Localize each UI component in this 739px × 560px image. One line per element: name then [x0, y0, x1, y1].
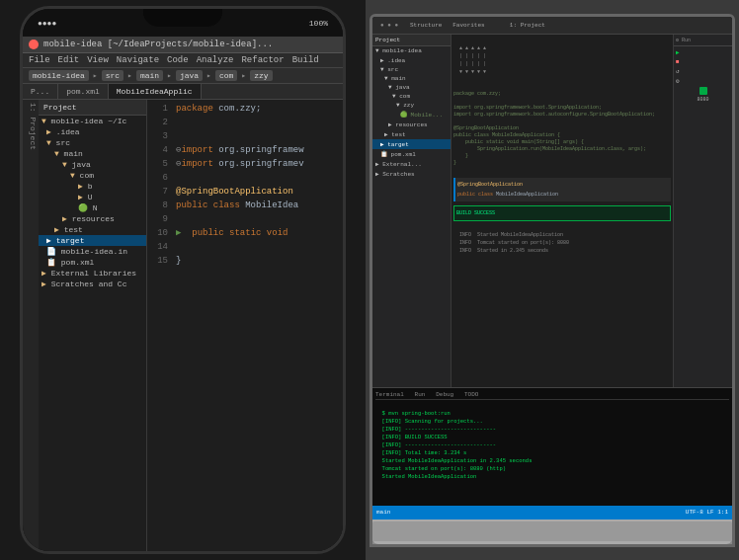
toolbar-com[interactable]: com — [215, 70, 237, 81]
tab-pom[interactable]: pom.xml — [58, 84, 109, 99]
code-line-10: ▶ public static void — [176, 226, 339, 240]
tree-resources[interactable]: ▶ resources — [39, 213, 146, 224]
settings-icon[interactable]: ⚙ — [676, 77, 730, 85]
code-content[interactable]: package com.zzy; ⊖import org.springframe… — [172, 100, 343, 551]
menu-view[interactable]: View — [87, 55, 109, 65]
tab-project[interactable]: P... — [23, 84, 58, 99]
terminal-header: Terminal Run Debug TODO — [375, 391, 729, 400]
tree-com[interactable]: ▼ com — [39, 170, 146, 181]
tree-src[interactable]: ▼ src — [39, 137, 146, 148]
ide-toolbar: mobile-idea ▸ src ▸ main ▸ java ▸ com ▸ … — [23, 68, 343, 84]
laptop-tree-target[interactable]: ▶ target — [372, 139, 451, 149]
laptop-code-area[interactable]: ▲ ▲ ▲ ▲ ▲ | | | | | | | | | | ▼ ▼ ▼ ▼ ▼ … — [452, 35, 673, 387]
tree-java[interactable]: ▼ java — [39, 159, 146, 170]
status-branch: main — [376, 509, 390, 516]
code-line-6 — [176, 171, 339, 185]
tree-scratches[interactable]: ▶ Scratches and Cc — [39, 279, 146, 289]
laptop-tree-item[interactable]: ▼ java — [372, 83, 451, 92]
laptop-tree-item[interactable]: ▼ src — [372, 65, 451, 74]
code-editor: 1 2 3 4 5 6 7 8 9 10 14 15 — [147, 100, 343, 551]
tree-n[interactable]: 🟢 N — [39, 202, 146, 213]
folder-icon: ▶ — [78, 182, 88, 191]
laptop-screen: ● ● ● Structure Favorites 1: Project Pro… — [372, 17, 732, 520]
folder-icon: ▶ — [46, 127, 56, 136]
tree-b[interactable]: ▶ b — [39, 181, 146, 192]
green-status-block — [699, 87, 707, 95]
laptop-code-text: package com.zzy; import org.springframew… — [453, 84, 671, 174]
laptop-tree-item[interactable]: ▼ main — [372, 74, 451, 83]
folder-icon: ▶ — [62, 214, 72, 223]
tree-mobile-in[interactable]: 📄 mobile-idea.in — [39, 246, 146, 257]
phone-body: ●●●● 100% mobile-idea [~/IdeaProjects/mo… — [20, 6, 346, 554]
laptop-main-content: Project ▼ mobile-idea ▶ .idea ▼ src ▼ ma… — [372, 35, 732, 387]
ide-menu-bar: File Edit View Navigate Code Analyze Ref… — [23, 53, 343, 68]
tree-main[interactable]: ▼ main — [39, 148, 146, 159]
laptop-tree-item[interactable]: ▼ zzy — [372, 101, 451, 110]
ide-title: mobile-idea [~/IdeaProjects/mobile-idea]… — [43, 40, 273, 49]
folder-icon: ▼ — [62, 160, 72, 169]
phone-device: ●●●● 100% mobile-idea [~/IdeaProjects/mo… — [0, 0, 366, 560]
laptop-tree-item[interactable]: ▼ mobile-idea — [372, 46, 451, 55]
battery-status: 100% — [309, 19, 328, 28]
tree-target[interactable]: ▶ target — [39, 235, 146, 246]
toolbar-mobile-idea[interactable]: mobile-idea — [29, 70, 89, 81]
status-icons: ●●●● — [38, 19, 56, 28]
folder-icon: ▶ — [46, 236, 56, 245]
code-line-4: ⊖import org.springframew — [176, 143, 339, 157]
menu-navigate[interactable]: Navigate — [117, 55, 159, 65]
menu-refactor[interactable]: Refactor — [241, 55, 284, 65]
tab-main-class[interactable]: MobileIdeaApplic — [109, 84, 202, 99]
laptop-tree-item[interactable]: ▶ .idea — [372, 55, 451, 65]
phone-notch-bar: ●●●● 100% — [23, 9, 343, 37]
ide-main-area: 1: Project Project ▼ mobile-idea ~/Ic ▶ … — [23, 100, 343, 551]
ide-screen: mobile-idea [~/IdeaProjects/mobile-idea]… — [23, 37, 343, 551]
folder-icon: ▶ — [78, 193, 88, 201]
toolbar-java[interactable]: java — [176, 70, 203, 81]
menu-file[interactable]: File — [29, 55, 50, 65]
close-button[interactable] — [29, 40, 39, 49]
laptop-base — [372, 520, 732, 544]
code-line-3 — [176, 129, 339, 143]
laptop-tree-ext[interactable]: ▶ External... — [372, 159, 451, 169]
terminal-output: $ mvn spring-boot:run [INFO] Scanning fo… — [375, 402, 729, 489]
laptop-tree-scratches[interactable]: ▶ Scratches — [372, 169, 451, 179]
tree-root[interactable]: ▼ mobile-idea ~/Ic — [39, 116, 146, 126]
file-icon: 🟢 — [78, 203, 93, 212]
toolbar-src[interactable]: src — [102, 70, 123, 81]
project-panel-header: Project — [39, 100, 146, 116]
tree-ext-libs[interactable]: ▶ External Libraries — [39, 268, 146, 279]
restart-icon[interactable]: ↺ — [676, 67, 730, 75]
folder-icon: ▼ — [54, 149, 64, 158]
toolbar-zzy[interactable]: zzy — [250, 70, 272, 81]
laptop-highlight-panel: @SpringBootApplication public class Mobi… — [453, 178, 671, 201]
code-line-9 — [176, 212, 339, 226]
tree-idea[interactable]: ▶ .idea — [39, 126, 146, 137]
run-icon[interactable]: ▶ — [676, 48, 730, 56]
laptop-sidebar-header: Project — [372, 35, 451, 46]
toolbar-main[interactable]: main — [136, 70, 163, 81]
file-icon: 📄 — [46, 247, 61, 256]
code-line-8: public class MobileIdea — [176, 199, 339, 212]
status-encoding: UTF-8 LF 1:1 — [686, 509, 728, 516]
laptop-title-bar: ● ● ● Structure Favorites 1: Project — [372, 17, 732, 35]
menu-edit[interactable]: Edit — [58, 55, 80, 65]
laptop-tree-item[interactable]: 🟢 Mobile... — [372, 110, 451, 120]
code-line-7: @SpringBootApplication — [176, 185, 339, 199]
menu-code[interactable]: Code — [167, 55, 189, 65]
laptop-right-tools: ▶ ■ ↺ ⚙ 8080 — [674, 46, 732, 105]
laptop-sidebar: Project ▼ mobile-idea ▶ .idea ▼ src ▼ ma… — [372, 35, 452, 387]
menu-analyze[interactable]: Analyze — [197, 55, 234, 65]
tree-test[interactable]: ▶ test — [39, 224, 146, 235]
laptop-tree-item[interactable]: ▶ resources — [372, 120, 451, 129]
menu-build[interactable]: Build — [292, 55, 319, 65]
stop-icon[interactable]: ■ — [676, 58, 730, 65]
laptop-tree-item[interactable]: 📋 pom.xml — [372, 149, 451, 159]
laptop-status-bar: main UTF-8 LF 1:1 — [372, 506, 732, 520]
code-line-1: package com.zzy; — [176, 102, 339, 116]
laptop-tree-item[interactable]: ▼ com — [372, 92, 451, 101]
laptop-tree-item[interactable]: ▶ test — [372, 129, 451, 139]
tree-u[interactable]: ▶ U — [39, 192, 146, 202]
laptop-terminal: Terminal Run Debug TODO $ mvn spring-boo… — [372, 387, 732, 506]
tree-pom[interactable]: 📋 pom.xml — [39, 257, 146, 268]
port-label: 8080 — [676, 97, 730, 103]
